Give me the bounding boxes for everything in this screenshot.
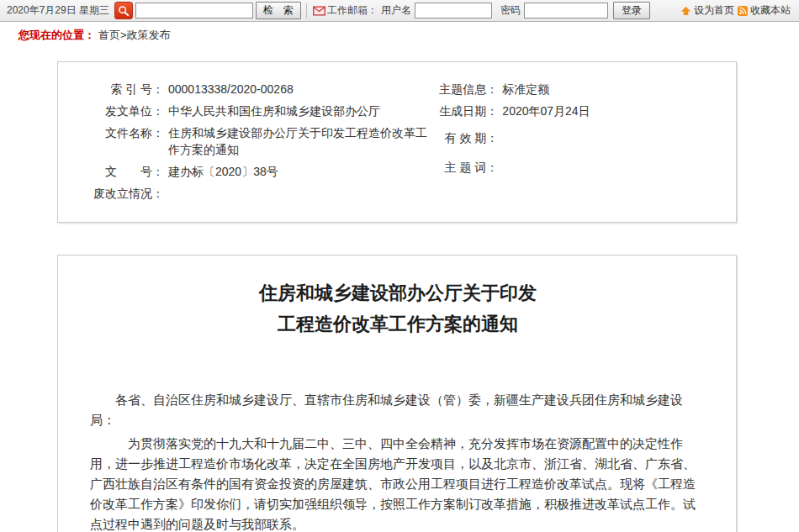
document-body: 各省、自治区住房和城乡建设厅、直辖市住房和城乡建设（管）委，新疆生产建设兵团住房…: [90, 390, 706, 532]
toolbar-divider: [306, 3, 307, 18]
envelope-icon: [313, 6, 325, 16]
validity-label: 有 效 期：: [437, 129, 498, 146]
info-right-column: 主题信息： 标准定额 生成日期： 2020年07月24日 有 效 期： 主 题 …: [437, 81, 736, 207]
info-row-doc-number: 文 号： 建办标〔2020〕38号: [83, 163, 437, 180]
info-row-issuing-unit: 发文单位： 中华人民共和国住房和城乡建设部办公厅: [83, 103, 437, 119]
index-number-label: 索 引 号：: [83, 81, 164, 97]
favorite-site-link[interactable]: 收藏本站: [738, 3, 791, 18]
document-content-box: 住房和城乡建设部办公厅关于印发 工程造价改革工作方案的通知 各省、自治区住房和城…: [57, 255, 737, 532]
set-home-link[interactable]: 设为首页: [680, 3, 734, 18]
toolbar-right-links: 设为首页 收藏本站: [680, 3, 791, 18]
password-label: 密码: [500, 3, 521, 18]
search-icon: [118, 5, 130, 17]
top-toolbar: 2020年7月29日 星期三 检 索 工作邮箱： 用户名 密码 登录 设为首页: [0, 0, 799, 22]
breadcrumb: 您现在的位置： 首页>政策发布: [0, 22, 799, 49]
topic-info-value: 标准定额: [502, 81, 549, 97]
info-row-repeal-status: 废改立情况：: [83, 185, 437, 202]
work-mail-group: 工作邮箱： 用户名: [313, 3, 413, 18]
info-row-keywords: 主 题 词：: [437, 159, 736, 176]
breadcrumb-path[interactable]: 首页>政策发布: [98, 28, 171, 43]
generated-date-value: 2020年07月24日: [502, 103, 590, 119]
document-salutation: 各省、自治区住房和城乡建设厅、直辖市住房和城乡建设（管）委，新疆生产建设兵团住房…: [90, 390, 706, 430]
document-title-line2: 工程造价改革工作方案的通知: [278, 313, 518, 334]
login-button[interactable]: 登录: [613, 2, 650, 19]
issuing-unit-label: 发文单位：: [83, 103, 164, 119]
file-title-value: 住房和城乡建设部办公厅关于印发工程造价改革工作方案的通知: [168, 124, 437, 158]
document-title-line1: 住房和城乡建设部办公厅关于印发: [259, 282, 537, 303]
file-title-label: 文件名称：: [83, 124, 164, 141]
search-input[interactable]: [135, 3, 253, 18]
issuing-unit-value: 中华人民共和国住房和城乡建设部办公厅: [168, 103, 380, 119]
breadcrumb-label: 您现在的位置：: [19, 28, 95, 43]
password-input[interactable]: [524, 3, 608, 18]
document-title: 住房和城乡建设部办公厅关于印发 工程造价改革工作方案的通知: [90, 277, 706, 340]
keywords-label: 主 题 词：: [437, 159, 498, 176]
document-info-box: 索 引 号： 000013338/2020-00268 发文单位： 中华人民共和…: [57, 61, 737, 223]
repeal-status-label: 废改立情况：: [83, 185, 164, 202]
info-left-column: 索 引 号： 000013338/2020-00268 发文单位： 中华人民共和…: [58, 81, 437, 207]
document-paragraph: 为贯彻落实党的十九大和十九届二中、三中、四中全会精神，充分发挥市场在资源配置中的…: [90, 434, 706, 532]
username-input[interactable]: [415, 3, 492, 18]
info-row-file-title: 文件名称： 住房和城乡建设部办公厅关于印发工程造价改革工作方案的通知: [83, 124, 437, 158]
search-submit-button[interactable]: 检 索: [256, 2, 301, 19]
info-row-index-number: 索 引 号： 000013338/2020-00268: [83, 81, 437, 97]
info-row-validity: 有 效 期：: [437, 129, 736, 146]
info-row-generated-date: 生成日期： 2020年07月24日: [437, 103, 736, 119]
topic-info-label: 主题信息：: [437, 81, 498, 97]
work-mail-label: 工作邮箱：: [327, 3, 378, 18]
search-button-icon[interactable]: [114, 2, 133, 19]
bookmark-rss-icon: [738, 6, 748, 16]
username-label: 用户名: [381, 3, 411, 18]
current-date: 2020年7月29日 星期三: [7, 3, 109, 18]
index-number-value: 000013338/2020-00268: [168, 81, 294, 97]
generated-date-label: 生成日期：: [437, 103, 498, 119]
set-home-label: 设为首页: [694, 3, 734, 18]
home-arrow-icon: [680, 6, 691, 16]
doc-number-label: 文 号：: [83, 163, 164, 180]
favorite-site-label: 收藏本站: [750, 3, 791, 18]
doc-number-value: 建办标〔2020〕38号: [168, 163, 278, 180]
info-row-topic-info: 主题信息： 标准定额: [437, 81, 736, 97]
